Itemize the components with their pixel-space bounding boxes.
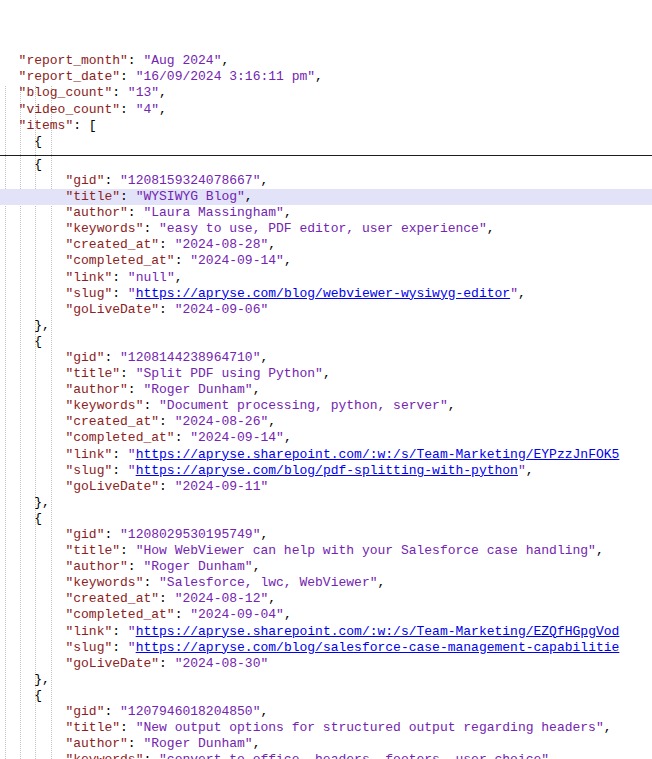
colon: : bbox=[175, 253, 191, 268]
indent bbox=[3, 286, 65, 301]
json-field-line: "link": "null", bbox=[3, 270, 652, 286]
json-viewer[interactable]: "report_month": "Aug 2024", "report_date… bbox=[0, 0, 652, 759]
json-key: "title" bbox=[65, 720, 120, 735]
indent bbox=[3, 656, 65, 671]
comma: , bbox=[260, 350, 268, 365]
url-link[interactable]: https://apryse.com/blog/salesforce-case-… bbox=[136, 640, 620, 655]
close-quote: " bbox=[510, 286, 518, 301]
json-field-line: "title": "How WebViewer can help with yo… bbox=[3, 543, 652, 559]
json-field-line: "goLiveDate": "2024-09-11" bbox=[3, 479, 652, 495]
json-brace-line: { bbox=[3, 134, 652, 150]
colon: : bbox=[120, 69, 136, 84]
json-value: "convert to office, headers, footers, us… bbox=[159, 752, 549, 759]
comma: , bbox=[159, 85, 167, 100]
url-link[interactable]: https://apryse.com/blog/pdf-splitting-wi… bbox=[136, 463, 518, 478]
json-field-line: "gid": "1208159324078667", bbox=[3, 173, 652, 189]
colon: : bbox=[175, 607, 191, 622]
json-value: "2024-09-04" bbox=[190, 607, 284, 622]
indent bbox=[3, 366, 65, 381]
json-key: "created_at" bbox=[65, 237, 159, 252]
indent bbox=[3, 302, 65, 317]
json-field-line: "author": "Roger Dunham", bbox=[3, 559, 652, 575]
json-key: "title" bbox=[65, 543, 120, 558]
json-value: "How WebViewer can help with your Salesf… bbox=[136, 543, 596, 558]
colon: : bbox=[143, 575, 159, 590]
json-value: "2024-09-06" bbox=[175, 302, 269, 317]
json-value: null bbox=[136, 270, 167, 285]
json-field-line: "created_at": "2024-08-28", bbox=[3, 237, 652, 253]
json-key: "author" bbox=[65, 205, 127, 220]
indent bbox=[3, 382, 65, 397]
url-link[interactable]: https://apryse.sharepoint.com/:w:/s/Team… bbox=[136, 447, 620, 462]
comma: , bbox=[284, 253, 292, 268]
comma: , bbox=[448, 398, 456, 413]
brace: }, bbox=[3, 672, 50, 687]
json-key: "slug" bbox=[65, 463, 112, 478]
selected-line[interactable]: "title": "WYSIWYG Blog", bbox=[0, 189, 652, 205]
json-key: "gid" bbox=[65, 173, 104, 188]
comma: , bbox=[315, 69, 323, 84]
json-key: "gid" bbox=[65, 704, 104, 719]
comma: , bbox=[175, 270, 183, 285]
indent bbox=[3, 591, 65, 606]
json-value: "4" bbox=[136, 102, 159, 117]
json-key: "completed_at" bbox=[65, 607, 174, 622]
json-field-line: "keywords": "convert to office, headers,… bbox=[3, 752, 652, 759]
close-quote: " bbox=[518, 463, 526, 478]
json-brace-line: { bbox=[3, 511, 652, 527]
comma: , bbox=[253, 736, 261, 751]
url-link[interactable]: https://apryse.com/blog/webviewer-wysiwy… bbox=[136, 286, 510, 301]
json-field-line: "title": "New output options for structu… bbox=[3, 720, 652, 736]
comma: , bbox=[253, 559, 261, 574]
colon: : bbox=[112, 447, 128, 462]
pane-splitter[interactable] bbox=[0, 155, 652, 156]
json-value: "2024-09-14" bbox=[190, 253, 284, 268]
indent bbox=[3, 205, 65, 220]
json-value: "1208144238964710" bbox=[120, 350, 260, 365]
json-key: "link" bbox=[65, 624, 112, 639]
indent bbox=[3, 447, 65, 462]
colon: : bbox=[112, 463, 128, 478]
indent bbox=[3, 221, 65, 236]
colon: : bbox=[112, 270, 128, 285]
comma: , bbox=[260, 704, 268, 719]
indent bbox=[3, 350, 65, 365]
comma: , bbox=[377, 575, 385, 590]
colon: : bbox=[128, 736, 144, 751]
close-quote: " bbox=[167, 270, 175, 285]
comma: , bbox=[159, 102, 167, 117]
comma: , bbox=[487, 221, 495, 236]
json-key: "slug" bbox=[65, 286, 112, 301]
colon: : bbox=[128, 382, 144, 397]
json-field-line: "title": "Split PDF using Python", bbox=[3, 366, 652, 382]
json-key: "goLiveDate" bbox=[65, 302, 159, 317]
comma: , bbox=[518, 286, 526, 301]
comma: , bbox=[260, 527, 268, 542]
colon: : bbox=[104, 527, 120, 542]
json-field-line: "link": "https://apryse.sharepoint.com/:… bbox=[3, 624, 652, 640]
open-quote: " bbox=[128, 463, 136, 478]
json-brace-line: { bbox=[3, 157, 652, 173]
indent bbox=[3, 398, 65, 413]
brace: { bbox=[3, 134, 42, 149]
indent bbox=[3, 85, 19, 100]
comma: , bbox=[268, 414, 276, 429]
brace: }, bbox=[3, 495, 50, 510]
brace: { bbox=[3, 511, 42, 526]
json-key: "keywords" bbox=[65, 575, 143, 590]
indent bbox=[3, 527, 65, 542]
comma: , bbox=[526, 463, 534, 478]
json-field-line: "gid": "1207946018204850", bbox=[3, 704, 652, 720]
colon: : bbox=[159, 591, 175, 606]
json-value: "Roger Dunham" bbox=[143, 559, 252, 574]
open-quote: " bbox=[128, 286, 136, 301]
json-field-line: "link": "https://apryse.sharepoint.com/:… bbox=[3, 447, 652, 463]
open-quote: " bbox=[128, 447, 136, 462]
indent bbox=[3, 118, 19, 133]
json-value: "Roger Dunham" bbox=[143, 382, 252, 397]
json-value: "1208029530195749" bbox=[120, 527, 260, 542]
url-link[interactable]: https://apryse.sharepoint.com/:w:/s/Team… bbox=[136, 624, 620, 639]
indent bbox=[3, 237, 65, 252]
json-field-line: "gid": "1208029530195749", bbox=[3, 527, 652, 543]
json-content: "report_month": "Aug 2024", "report_date… bbox=[3, 53, 652, 759]
